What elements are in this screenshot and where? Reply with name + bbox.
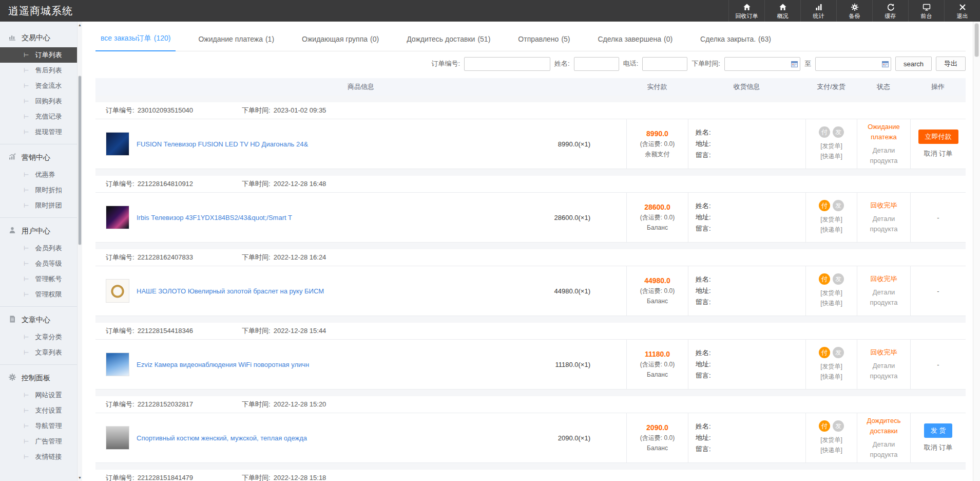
product-name-link[interactable]: Спортивный костюм женский, мужской, тепл… bbox=[137, 434, 558, 442]
calendar-icon[interactable] bbox=[791, 61, 798, 67]
product-details-link[interactable]: Детали продукта bbox=[857, 214, 910, 234]
sidebar-item[interactable]: ⊢文章分类 bbox=[0, 329, 77, 345]
export-button[interactable]: 导出 bbox=[936, 57, 966, 71]
sidebar-item[interactable]: ⊢回购列表 bbox=[0, 94, 77, 109]
paid-cell: 44980.0 (含运费: 0.0) Баланс bbox=[626, 266, 688, 316]
page-scrollbar[interactable] bbox=[973, 22, 980, 481]
express-note-link[interactable]: [快递单] bbox=[820, 298, 842, 308]
sidebar-section-panel-header[interactable]: 控制面板 bbox=[0, 369, 77, 387]
sidebar-item[interactable]: ⊢导航管理 bbox=[0, 418, 77, 434]
product-details-link[interactable]: Детали продукта bbox=[857, 439, 910, 460]
sidebar-item-label: 文章列表 bbox=[35, 348, 62, 356]
order-status-tab[interactable]: Сделка закрыта.(63) bbox=[695, 35, 776, 51]
sidebar-item[interactable]: ⊢会员列表 bbox=[0, 240, 77, 256]
delivery-note-link[interactable]: [发货单] bbox=[820, 288, 842, 298]
calendar-icon[interactable] bbox=[882, 61, 889, 67]
sidebar-section-users-header[interactable]: 用户中心 bbox=[0, 222, 77, 240]
search-button[interactable]: search bbox=[895, 57, 932, 71]
shipped-badge: 发 bbox=[833, 347, 844, 358]
order-no: 221228154418346 bbox=[138, 327, 193, 335]
express-note-link[interactable]: [快递单] bbox=[820, 445, 842, 455]
sidebar-scrollbar-thumb[interactable] bbox=[78, 76, 82, 245]
action-dash: - bbox=[937, 214, 939, 221]
sidebar-item[interactable]: ⊢管理帐号 bbox=[0, 271, 77, 287]
nav-statistics[interactable]: 统计 bbox=[800, 0, 836, 22]
scroll-up-arrow[interactable]: ▲ bbox=[78, 23, 82, 27]
topbar: 逍遥商城系统 回收订单 概况 统计 备份 缓存 前台 退出 bbox=[0, 0, 980, 22]
sidebar-item[interactable]: ⊢管理权限 bbox=[0, 287, 77, 302]
express-note-link[interactable]: [快递单] bbox=[820, 225, 842, 235]
sidebar-item[interactable]: ⊢友情链接 bbox=[0, 449, 77, 465]
name-input[interactable] bbox=[574, 57, 619, 71]
product-name-link[interactable]: Ezviz Камера видеонаблюдения WiFi поворо… bbox=[137, 361, 555, 368]
status-cell: 回收完毕 Детали продукта bbox=[857, 193, 910, 242]
page-scrollbar-thumb[interactable] bbox=[974, 23, 979, 57]
product-name-link[interactable]: FUSION Телевизор FUSION LED TV HD Диагон… bbox=[137, 140, 558, 148]
product-details-link[interactable]: Детали продукта bbox=[857, 145, 910, 166]
order-no-label: 订单编号: bbox=[106, 400, 134, 408]
tab-count: (1) bbox=[265, 35, 274, 43]
product-price-qty: 11180.0(×1) bbox=[555, 361, 590, 368]
phone-input[interactable] bbox=[642, 57, 687, 71]
action-button[interactable]: 立即付款 bbox=[918, 130, 958, 144]
product-details-link[interactable]: Детали продукта bbox=[857, 361, 910, 381]
order-status-tab[interactable]: Дождитесь доставки(51) bbox=[401, 35, 495, 51]
header-pay-ship: 支付/发货 bbox=[805, 82, 857, 91]
delivery-note-link[interactable]: [发货单] bbox=[820, 435, 842, 445]
order-status-tab[interactable]: Ожидающая группа(0) bbox=[297, 35, 384, 51]
nav-frontend[interactable]: 前台 bbox=[908, 0, 944, 22]
tab-count: (0) bbox=[664, 35, 672, 43]
delivery-note-link[interactable]: [发货单] bbox=[820, 361, 842, 372]
branch-tick-icon: ⊢ bbox=[24, 113, 29, 120]
product-thumbnail[interactable] bbox=[106, 132, 129, 156]
cancel-order-link[interactable]: 取消 订单 bbox=[924, 149, 953, 158]
sidebar-item[interactable]: ⊢资金流水 bbox=[0, 78, 77, 94]
cancel-order-link[interactable]: 取消 订单 bbox=[924, 443, 953, 452]
product-name-link[interactable]: НАШЕ ЗОЛОТО Ювелирный золотой браслет на… bbox=[137, 287, 554, 295]
sidebar-section-marketing-header[interactable]: 营销中心 bbox=[0, 149, 77, 167]
product-thumbnail[interactable] bbox=[106, 206, 129, 229]
action-button[interactable]: 发 货 bbox=[924, 423, 953, 438]
sidebar-item[interactable]: ⊢订单列表 bbox=[0, 47, 77, 63]
scroll-down-arrow[interactable]: ▼ bbox=[78, 476, 82, 479]
nav-backup[interactable]: 备份 bbox=[836, 0, 872, 22]
sidebar-item[interactable]: ⊢提现管理 bbox=[0, 124, 77, 140]
product-thumbnail[interactable] bbox=[106, 353, 129, 376]
sidebar-item[interactable]: ⊢售后列表 bbox=[0, 63, 77, 78]
delivery-note-link[interactable]: [发货单] bbox=[820, 214, 842, 225]
sidebar-item[interactable]: ⊢会员等级 bbox=[0, 256, 77, 271]
date-to-input[interactable] bbox=[815, 57, 891, 71]
product-details-link[interactable]: Детали продукта bbox=[857, 287, 910, 308]
order-status-tab[interactable]: Сделка завершена(0) bbox=[593, 35, 678, 51]
sidebar-item[interactable]: ⊢支付设置 bbox=[0, 403, 77, 418]
sidebar-section-articles-header[interactable]: 文章中心 bbox=[0, 311, 77, 329]
delivery-note-link[interactable]: [发货单] bbox=[820, 141, 842, 151]
product-name-link[interactable]: Irbis Телевизор 43F1YDX184BS2/43&quot;/S… bbox=[137, 214, 554, 221]
product-thumbnail[interactable] bbox=[106, 426, 129, 450]
order-no-input[interactable] bbox=[464, 57, 550, 71]
sidebar-item-label: 售后列表 bbox=[35, 66, 62, 74]
sidebar-item[interactable]: ⊢充值记录 bbox=[0, 109, 77, 124]
date-from-input[interactable] bbox=[724, 57, 800, 71]
nav-logout[interactable]: 退出 bbox=[944, 0, 980, 22]
branch-tick-icon: ⊢ bbox=[24, 392, 29, 399]
order-status-tab[interactable]: все заказы订单(120) bbox=[95, 34, 176, 51]
express-note-link[interactable]: [快递单] bbox=[820, 151, 842, 161]
sidebar-item[interactable]: ⊢文章列表 bbox=[0, 345, 77, 360]
sidebar-item-label: 订单列表 bbox=[35, 51, 62, 59]
product-thumbnail[interactable] bbox=[106, 279, 129, 303]
nav-recycle-orders[interactable]: 回收订单 bbox=[728, 0, 764, 22]
nav-overview[interactable]: 概况 bbox=[764, 0, 800, 22]
order-status-tab[interactable]: Отправлено(5) bbox=[513, 35, 575, 51]
express-note-link[interactable]: [快递单] bbox=[820, 372, 842, 382]
sidebar-scrollbar[interactable]: ▲ ▼ bbox=[77, 22, 82, 481]
receiver-cell: 姓名: 地址: 留言: bbox=[688, 119, 805, 169]
sidebar-item[interactable]: ⊢网站设置 bbox=[0, 387, 77, 403]
nav-cache[interactable]: 缓存 bbox=[872, 0, 908, 22]
order-status-tab[interactable]: Ожидание платежа(1) bbox=[193, 35, 279, 51]
sidebar-item[interactable]: ⊢限时折扣 bbox=[0, 182, 77, 198]
sidebar-section-trade-header[interactable]: 交易中心 bbox=[0, 29, 77, 47]
sidebar-item[interactable]: ⊢限时拼团 bbox=[0, 198, 77, 213]
sidebar-item[interactable]: ⊢广告管理 bbox=[0, 434, 77, 449]
sidebar-item[interactable]: ⊢优惠券 bbox=[0, 167, 77, 182]
